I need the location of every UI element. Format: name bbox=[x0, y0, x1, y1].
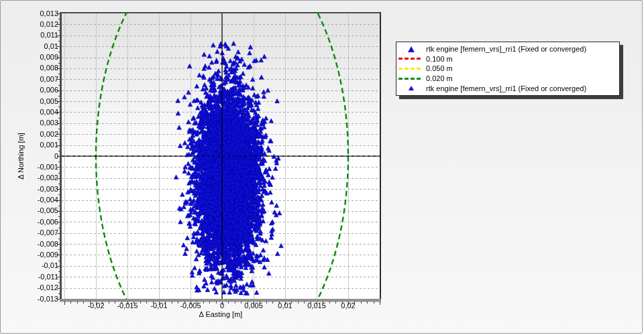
x-axis-title: Δ Easting [m] bbox=[62, 310, 380, 318]
legend-item-label: rtk engine [femern_vrs]_rri1 (Fixed or c… bbox=[426, 84, 586, 92]
legend-dash-sample bbox=[396, 78, 426, 80]
y-tick-label: -0,008 bbox=[22, 240, 58, 249]
legend: rtk engine [femern_vrs]_rri1 (Fixed or c… bbox=[396, 42, 620, 96]
y-tick-label: 0,012 bbox=[22, 20, 58, 29]
y-tick-label: -0,002 bbox=[22, 174, 58, 182]
y-tick-label: 0,003 bbox=[22, 119, 58, 127]
y-tick-label: -0,005 bbox=[22, 206, 58, 215]
legend-marker-sample bbox=[396, 86, 426, 90]
y-tick-label: -0,006 bbox=[22, 218, 58, 226]
y-tick-label: -0,01 bbox=[22, 261, 58, 270]
y-tick-label: 0,009 bbox=[22, 53, 58, 62]
triangle-marker-icon bbox=[409, 86, 414, 90]
y-tick-label: -0,004 bbox=[22, 196, 58, 204]
y-tick-label: 0,004 bbox=[22, 108, 58, 117]
triangle-marker-icon bbox=[408, 46, 415, 52]
legend-item: 0.050 m bbox=[396, 64, 618, 74]
y-tick-label: -0,007 bbox=[22, 228, 58, 237]
y-tick-label: 0,001 bbox=[22, 141, 58, 149]
legend-item: 0.100 m bbox=[396, 54, 618, 64]
legend-dash-sample bbox=[396, 68, 426, 70]
y-tick-label: 0,013 bbox=[22, 9, 58, 18]
y-tick-label: -0,011 bbox=[22, 273, 58, 281]
legend-item: 0.020 m bbox=[396, 74, 618, 84]
legend-item: rtk engine [femern_vrs]_rri1 (Fixed or c… bbox=[396, 83, 618, 93]
legend-dash-sample bbox=[396, 58, 426, 60]
x-tick-label: 0,02 bbox=[329, 302, 367, 310]
y-tick-label: -0,003 bbox=[22, 185, 58, 194]
y-tick-label: 0,011 bbox=[22, 31, 58, 40]
dashed-line-icon bbox=[398, 78, 421, 80]
legend-item-label: 0.020 m bbox=[426, 74, 453, 82]
legend-item-label: 0.100 m bbox=[426, 55, 453, 63]
y-tick-label: 0,008 bbox=[22, 64, 58, 72]
chart-window: 0,0130,0120,0110,010,0090,0080,0070,0060… bbox=[0, 0, 643, 334]
y-tick-label: -0,013 bbox=[22, 295, 58, 304]
legend-item-label: rtk engine [femern_vrs]_rri1 (Fixed or c… bbox=[426, 45, 586, 53]
y-tick-label: 0,002 bbox=[22, 130, 58, 139]
y-tick-label: -0,001 bbox=[22, 163, 58, 172]
legend-marker-sample bbox=[396, 46, 426, 52]
y-tick-label: 0,005 bbox=[22, 97, 58, 106]
legend-item: rtk engine [femern_vrs]_rri1 (Fixed or c… bbox=[396, 44, 618, 54]
y-tick-label: 0,01 bbox=[22, 42, 58, 51]
y-tick-label: 0 bbox=[22, 152, 58, 161]
dashed-line-icon bbox=[398, 58, 421, 60]
y-tick-label: -0,009 bbox=[22, 251, 58, 259]
legend-item-label: 0.050 m bbox=[426, 64, 453, 72]
dashed-line-icon bbox=[398, 68, 421, 70]
y-tick-label: 0,007 bbox=[22, 75, 58, 84]
y-axis-title: Δ Northing [m] bbox=[17, 106, 26, 206]
y-tick-label: -0,012 bbox=[22, 283, 58, 292]
y-tick-label: 0,006 bbox=[22, 86, 58, 94]
